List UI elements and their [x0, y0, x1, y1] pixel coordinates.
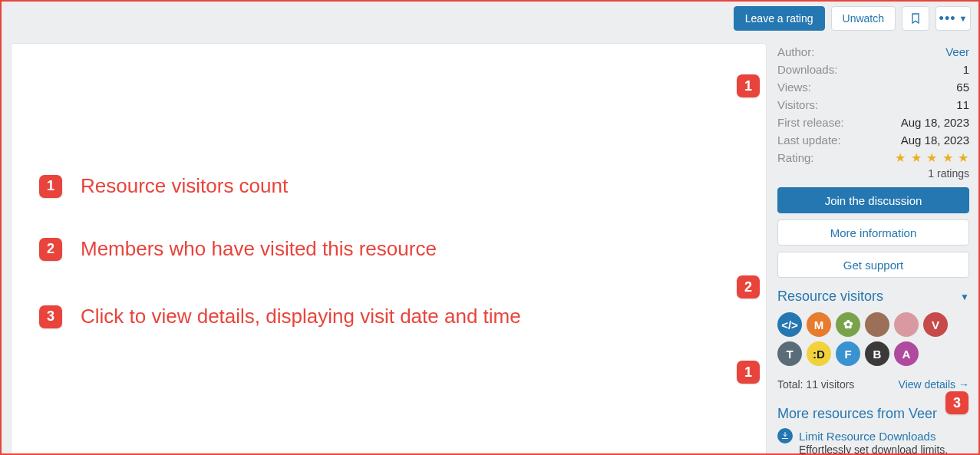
marker-3a: 3	[945, 391, 968, 414]
main-panel: 1 Resource visitors count 2 Members who …	[11, 43, 767, 455]
visitor-avatar[interactable]: :D	[807, 341, 831, 366]
bookmark-icon	[909, 12, 922, 25]
visitor-avatar[interactable]	[894, 312, 919, 337]
action-buttons: Join the discussion More information Get…	[777, 187, 969, 278]
views-value: 65	[956, 79, 969, 95]
more-actions-button[interactable]: ••• ▼	[935, 6, 971, 31]
visitor-avatar[interactable]: T	[777, 341, 802, 366]
visitors-section-header[interactable]: Resource visitors ▼	[777, 288, 969, 305]
author-label: Author:	[777, 44, 814, 60]
download-icon	[777, 428, 793, 443]
downloads-value: 1	[963, 61, 969, 77]
view-details-link[interactable]: View details →	[899, 378, 969, 391]
visitor-avatar[interactable]: ✿	[836, 312, 860, 337]
topbar: Leave a rating Unwatch ••• ▼	[2, 2, 978, 35]
caret-down-icon: ▼	[960, 292, 969, 302]
caret-down-icon: ▼	[959, 14, 968, 23]
visitor-avatar[interactable]: M	[807, 312, 831, 337]
visitor-avatar[interactable]: V	[923, 312, 948, 337]
view-details-label: View details	[899, 378, 955, 391]
first-release-value: Aug 18, 2023	[901, 114, 969, 130]
marker-1b: 1	[737, 361, 760, 384]
visitors-section: Resource visitors ▼ </>M✿VT:DFBA Total: …	[777, 288, 969, 391]
visitor-total: Total: 11 visitors	[777, 378, 854, 391]
visitor-avatar[interactable]: A	[894, 341, 919, 366]
more-resources-title: More resources from Veer	[777, 406, 969, 422]
callout-3: 3 Click to view details, displaying visi…	[39, 305, 521, 328]
last-update-value: Aug 18, 2023	[901, 132, 969, 148]
rating-label: Rating:	[777, 150, 814, 167]
more-information-button[interactable]: More information	[777, 219, 969, 246]
info-row-downloads: Downloads: 1	[777, 61, 969, 78]
more-resource-item[interactable]: Limit Resource Downloads	[777, 428, 969, 443]
visitors-section-title: Resource visitors	[777, 288, 883, 305]
info-block: Author: Veer Downloads: 1 Views: 65 Visi…	[777, 43, 969, 278]
callout-text-2: Members who have visited this resource	[81, 237, 437, 261]
rating-stars: ★ ★ ★ ★ ★	[895, 150, 969, 167]
more-resource-item-desc: Effortlessly set download limits,	[799, 443, 969, 455]
join-discussion-button[interactable]: Join the discussion	[777, 187, 969, 213]
ellipsis-icon: •••	[939, 11, 956, 27]
marker-2a: 2	[737, 275, 760, 298]
leave-rating-button[interactable]: Leave a rating	[734, 6, 825, 31]
unwatch-button[interactable]: Unwatch	[831, 6, 896, 31]
content-area: 1 Resource visitors count 2 Members who …	[2, 35, 978, 455]
more-resources-section: More resources from Veer Limit Resource …	[777, 401, 969, 455]
callout-1: 1 Resource visitors count	[39, 174, 288, 198]
info-row-first-release: First release: Aug 18, 2023	[777, 114, 969, 131]
callout-2: 2 Members who have visited this resource	[39, 237, 437, 261]
visitor-avatar[interactable]: </>	[777, 312, 802, 337]
visitors-value: 11	[956, 97, 969, 113]
visitors-label: Visitors:	[777, 97, 818, 113]
visitor-footer: Total: 11 visitors View details →	[777, 378, 969, 391]
arrow-right-icon: →	[959, 378, 969, 391]
visitor-avatars: </>M✿VT:DFBA	[777, 312, 969, 366]
downloads-label: Downloads:	[777, 61, 837, 77]
callout-badge-2: 2	[39, 238, 62, 261]
info-row-author: Author: Veer	[777, 43, 969, 61]
author-link[interactable]: Veer	[945, 44, 969, 60]
visitor-avatar[interactable]	[865, 312, 889, 337]
info-row-rating: Rating: ★ ★ ★ ★ ★	[777, 149, 969, 167]
callout-badge-1: 1	[39, 175, 62, 198]
info-row-views: Views: 65	[777, 78, 969, 96]
info-row-last-update: Last update: Aug 18, 2023	[777, 131, 969, 149]
callout-badge-3: 3	[39, 305, 62, 328]
visitor-avatar[interactable]: F	[836, 341, 860, 366]
get-support-button[interactable]: Get support	[777, 252, 969, 278]
views-label: Views:	[777, 79, 811, 95]
info-row-visitors: Visitors: 11	[777, 96, 969, 114]
visitor-avatar[interactable]: B	[865, 341, 889, 366]
bookmark-button[interactable]	[902, 6, 929, 31]
callout-text-1: Resource visitors count	[81, 174, 288, 198]
more-resource-item-title: Limit Resource Downloads	[799, 430, 935, 443]
sidebar: Author: Veer Downloads: 1 Views: 65 Visi…	[777, 43, 969, 455]
last-update-label: Last update:	[777, 132, 841, 148]
ratings-count: 1 ratings	[777, 167, 969, 180]
callout-text-3: Click to view details, displaying visit …	[81, 305, 521, 328]
marker-1a: 1	[737, 74, 760, 97]
first-release-label: First release:	[777, 114, 844, 130]
